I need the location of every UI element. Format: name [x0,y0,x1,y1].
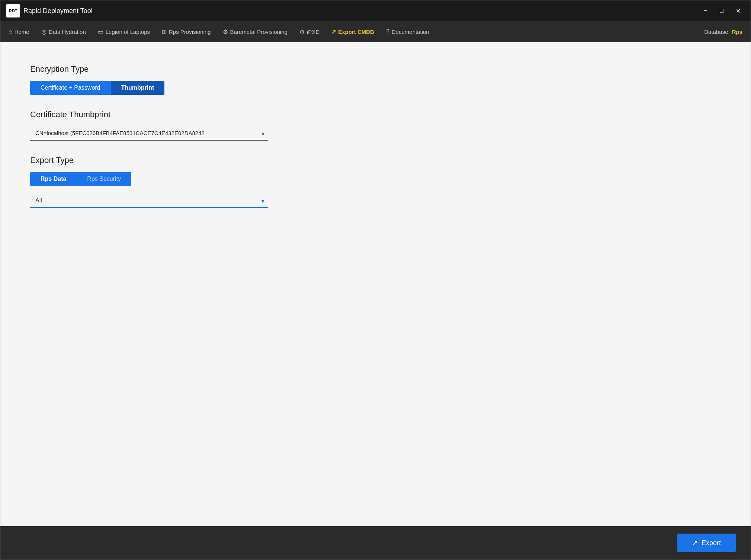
app-title: Rapid Deployment Tool [23,7,93,15]
footer: ↗ Export [0,526,751,560]
rps-security-button[interactable]: Rps Security [77,172,131,186]
nav-item-legion-of-laptops[interactable]: ▭ Legion of Laptops [93,25,155,38]
nav-item-home-label: Home [15,29,29,35]
rps-provisioning-icon: ⊞ [162,28,167,35]
home-icon: ⌂ [9,28,12,35]
maximize-button[interactable]: □ [715,6,728,16]
thumbprint-dropdown[interactable]: CN=localhost (5FEC026B4FB4FAE8531CACE7C4… [30,126,268,141]
nav-item-baremetal-label: Baremetal Provisioning [230,29,288,35]
all-dropdown-wrapper: All Selected [30,193,268,208]
nav-item-baremetal-provisioning[interactable]: ⚙ Baremetal Provisioning [218,25,293,38]
nav-item-legion-label: Legion of Laptops [106,29,150,35]
nav-item-ipxe[interactable]: ⚙ iPXE [294,25,324,38]
thumbprint-wrapper: CN=localhost (5FEC026B4FB4FAE8531CACE7C4… [30,126,268,141]
title-bar-controls: − □ ✕ [699,6,745,16]
encryption-type-toggle-group: Certificate + Password Thumbprint [30,81,164,95]
export-cmdb-icon: ↗ [331,28,336,35]
nav-item-data-hydration-label: Data Hydration [49,29,86,35]
title-bar: RDT Rapid Deployment Tool − □ ✕ [0,0,751,21]
nav-item-documentation[interactable]: ? Documentation [381,25,434,38]
nav-bar: ⌂ Home ◎ Data Hydration ▭ Legion of Lapt… [0,21,751,42]
app-window: RDT Rapid Deployment Tool − □ ✕ ⌂ Home ◎… [0,0,751,560]
nav-database-label: Database: [704,29,729,35]
certificate-thumbprint-section: Certificate Thumbprint CN=localhost (5FE… [30,110,721,141]
export-scope-dropdown[interactable]: All Selected [30,193,268,208]
main-content: Encryption Type Certificate + Password T… [0,42,751,526]
ipxe-icon: ⚙ [299,28,305,35]
encryption-type-section: Encryption Type Certificate + Password T… [30,64,721,95]
documentation-icon: ? [386,28,389,35]
encryption-type-label: Encryption Type [30,64,721,74]
cert-password-button[interactable]: Certificate + Password [30,81,111,95]
app-logo: RDT [6,4,20,17]
nav-item-ipxe-label: iPXE [307,29,319,35]
nav-item-documentation-label: Documentation [392,29,429,35]
baremetal-icon: ⚙ [223,28,228,35]
legion-icon: ▭ [98,28,103,35]
export-type-toggle-group: Rps Data Rps Security [30,172,131,186]
minimize-button[interactable]: − [699,6,712,16]
export-button-label: Export [702,539,721,547]
rps-data-button[interactable]: Rps Data [30,172,77,186]
nav-item-rps-provisioning[interactable]: ⊞ Rps Provisioning [157,25,216,38]
thumbprint-button[interactable]: Thumbprint [111,81,165,95]
export-type-section: Export Type Rps Data Rps Security All Se… [30,156,721,208]
nav-item-export-cmdb[interactable]: ↗ Export CMDB [326,25,379,38]
close-button[interactable]: ✕ [731,6,745,16]
export-type-label: Export Type [30,156,721,165]
nav-database-value: Rps [732,29,742,35]
nav-item-rps-provisioning-label: Rps Provisioning [169,29,211,35]
data-hydration-icon: ◎ [41,28,46,35]
export-button-icon: ↗ [692,539,698,547]
export-button[interactable]: ↗ Export [677,534,736,552]
title-bar-left: RDT Rapid Deployment Tool [6,4,93,17]
certificate-thumbprint-label: Certificate Thumbprint [30,110,721,119]
nav-database: Database: Rps [699,26,748,38]
nav-item-data-hydration[interactable]: ◎ Data Hydration [36,25,91,38]
nav-item-export-cmdb-label: Export CMDB [338,29,374,35]
nav-item-home[interactable]: ⌂ Home [3,25,35,38]
